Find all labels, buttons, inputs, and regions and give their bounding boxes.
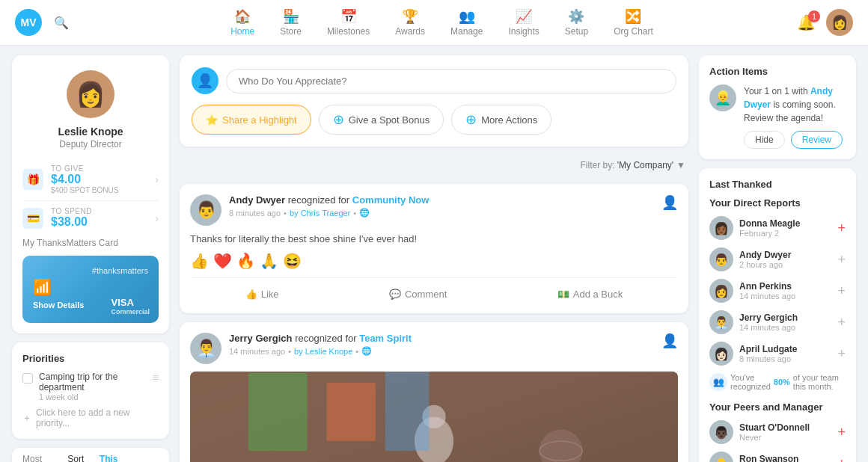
user-avatar[interactable]: 👩 <box>826 9 853 36</box>
nav-item-home[interactable]: 🏠 Home <box>220 4 265 41</box>
andy-info: Andy Dwyer 2 hours ago <box>739 250 831 269</box>
to-spend-amount: $38.00 <box>51 215 92 229</box>
appreciate-input[interactable] <box>226 69 676 93</box>
priority-age: 1 week old <box>39 392 147 401</box>
post-image <box>190 372 678 462</box>
nav-label-setup: Setup <box>565 26 588 37</box>
chip-icon: 📶 <box>33 278 148 296</box>
nav-item-insights[interactable]: 📈 Insights <box>498 4 549 41</box>
svg-rect-7 <box>248 373 307 451</box>
give-spot-bonus-button[interactable]: ⊕ Give a Spot Bonus <box>319 105 444 135</box>
stuart-avatar: 👨🏿 <box>709 420 733 444</box>
like-button[interactable]: 👍 Like <box>239 286 285 303</box>
chevron-right-icon: › <box>155 173 159 185</box>
action-item-row: 👱‍♂️ Your 1 on 1 with Andy Dwyer is comi… <box>709 84 846 149</box>
dollar-icon: 💵 <box>557 289 569 300</box>
nav-item-store[interactable]: 🏪 Store <box>269 4 312 41</box>
person-row-stuart: 👨🏿 Stuart O'Donnell Never + <box>709 420 846 444</box>
donna-avatar: 👩🏾 <box>709 216 733 240</box>
right-sidebar: Action Items 👱‍♂️ Your 1 on 1 with Andy … <box>699 55 856 462</box>
add-buck-button[interactable]: 💵 Add a Buck <box>551 286 629 303</box>
nav-label-home: Home <box>230 26 254 37</box>
post-meta-1: Andy Dwyer recognized for Community Now … <box>229 194 654 218</box>
april-plus-icon[interactable]: + <box>837 346 846 362</box>
april-info: April Ludgate 8 minutes ago <box>739 344 831 363</box>
hide-button[interactable]: Hide <box>744 131 785 149</box>
priority-checkbox[interactable] <box>22 373 33 384</box>
post-title-2: Jerry Gergich recognized for Team Spirit <box>229 333 654 344</box>
donna-plus-icon[interactable]: + <box>837 221 846 236</box>
stuart-time: Never <box>739 433 831 442</box>
search-icon[interactable]: 🔍 <box>51 12 72 33</box>
filter-value: 'My Company' <box>617 160 673 170</box>
nav-item-org-chart[interactable]: 🔀 Org Chart <box>603 4 664 41</box>
person-add-icon-2: 👤 <box>661 333 678 349</box>
plus-icon-more: ⊕ <box>465 111 477 128</box>
priorities-title: Priorities <box>22 353 159 364</box>
feed-filter: Filter by: 'My Company' ▼ <box>180 155 688 175</box>
setup-icon: ⚙️ <box>568 8 584 25</box>
nav-item-setup[interactable]: ⚙️ Setup <box>554 4 599 41</box>
donna-name: Donna Meagle <box>739 218 831 229</box>
nav-item-awards[interactable]: 🏆 Awards <box>385 4 435 41</box>
ron-info: Ron Swanson Nov 17, 2021 <box>739 454 831 462</box>
nav-right: 🔔 1 👩 <box>797 9 853 36</box>
action-buttons: ⭐ Share a Highlight ⊕ Give a Spot Bonus … <box>192 105 676 135</box>
jerry-time: 14 minutes ago <box>739 323 831 332</box>
plus-icon: ＋ <box>22 412 31 425</box>
priorities-card: Priorities Camping trip for the departme… <box>12 342 169 439</box>
laugh-reaction[interactable]: 😆 <box>283 252 302 270</box>
jerry-plus-icon[interactable]: + <box>837 315 846 330</box>
left-sidebar: 👩 Leslie Knope Deputy Director 🎁 TO GIVE… <box>12 55 169 462</box>
appreciate-avatar: 👤 <box>192 67 218 94</box>
priority-item: Camping trip for the department 1 week o… <box>22 372 159 401</box>
profile-title: Deputy Director <box>59 139 121 150</box>
drag-handle-icon: ≡ <box>153 372 159 384</box>
heart-reaction[interactable]: ❤️ <box>213 252 232 270</box>
sort-dropdown[interactable]: Sort By This month ▼ <box>67 454 159 462</box>
notification-bell[interactable]: 🔔 1 <box>797 13 816 31</box>
add-priority-button[interactable]: ＋ Click here to add a new priority... <box>22 407 159 428</box>
profile-name: Leslie Knope <box>58 126 123 138</box>
share-highlight-button[interactable]: ⭐ Share a Highlight <box>192 105 311 135</box>
more-actions-button[interactable]: ⊕ More Actions <box>451 105 551 135</box>
jerry-avatar: 👨‍💼 <box>709 310 733 334</box>
ron-avatar: 👨‍🦲 <box>709 452 733 462</box>
visa-hashtag: #thanksmatters <box>33 266 148 275</box>
ann-plus-icon[interactable]: + <box>837 283 846 299</box>
visa-brand: VISA Commercial <box>111 297 150 315</box>
post-card-2: 👨‍💼 Jerry Gergich recognized for Team Sp… <box>180 322 688 462</box>
to-give-amount: $4.00 <box>51 173 118 186</box>
peers-title: Your Peers and Manager <box>709 401 846 413</box>
profile-card: 👩 Leslie Knope Deputy Director 🎁 TO GIVE… <box>12 55 169 333</box>
ron-plus-icon[interactable]: + <box>837 456 846 463</box>
pray-reaction[interactable]: 🙏 <box>260 252 278 270</box>
ann-avatar: 👩 <box>709 279 733 303</box>
fire-reaction[interactable]: 🔥 <box>236 252 255 270</box>
nav-label-store: Store <box>280 26 302 37</box>
thumbs-up-reaction[interactable]: 👍 <box>190 252 209 270</box>
andy-plus-icon[interactable]: + <box>837 252 846 268</box>
to-give-row[interactable]: 🎁 TO GIVE $4.00 $400 SPOT BONUS › <box>22 158 159 201</box>
action-text: Your 1 on 1 with Andy Dwyer is coming so… <box>744 84 846 125</box>
last-thanked-title: Last Thanked <box>709 179 846 190</box>
to-spend-row[interactable]: 💳 TO SPEND $38.00 › <box>22 201 159 235</box>
comment-button[interactable]: 💬 Comment <box>383 286 453 303</box>
stuart-plus-icon[interactable]: + <box>837 425 846 440</box>
comment-icon: 💬 <box>389 289 401 300</box>
nav-item-manage[interactable]: 👥 Manage <box>440 4 493 41</box>
post-card-1: 👨 Andy Dwyer recognized for Community No… <box>180 184 688 313</box>
donna-time: February 2 <box>739 229 831 238</box>
nav-item-milestones[interactable]: 📅 Milestones <box>317 4 380 41</box>
svg-rect-8 <box>327 383 376 441</box>
person-row-april: 👩🏻 April Ludgate 8 minutes ago + <box>709 342 846 366</box>
april-time: 8 minutes ago <box>739 354 831 363</box>
to-give-sub: $400 SPOT BONUS <box>51 186 118 194</box>
post-body-1: Thanks for literally the best shoe shine… <box>190 233 678 244</box>
review-button[interactable]: Review <box>791 131 843 149</box>
most-active-bar: Most Active Sort By This month ▼ <box>12 448 169 462</box>
svg-rect-9 <box>385 372 430 451</box>
like-icon: 👍 <box>245 289 257 300</box>
filter-dropdown[interactable]: 'My Company' ▼ <box>617 160 685 170</box>
ann-name: Ann Perkins <box>739 281 831 292</box>
